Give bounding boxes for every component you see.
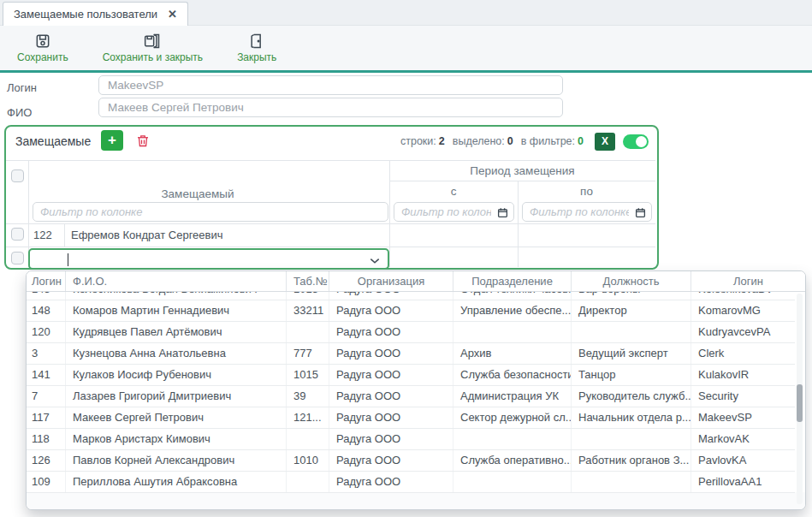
select-all-checkbox[interactable] <box>11 169 24 182</box>
calendar-icon[interactable] <box>497 206 508 222</box>
close-button[interactable]: Закрыть <box>232 31 282 65</box>
save-and-close-button[interactable]: Сохранить и закрыть <box>98 31 208 65</box>
grid-group-underline <box>389 181 655 181</box>
row-checkbox[interactable] <box>11 252 24 264</box>
tab-substituted-users[interactable]: Замещаемые пользователи ✕ <box>3 2 188 26</box>
grid-header-bottomline <box>6 223 655 224</box>
row-id: 122 <box>33 229 52 241</box>
toolbar: Сохранить Сохранить и закрыть Закрыть <box>0 26 812 73</box>
dd-header-org: Организация <box>329 271 453 291</box>
dropdown-row[interactable]: 141Кулаков Иосиф Рубенович1015Радуга ООО… <box>27 365 795 386</box>
from-column-header: с <box>389 185 518 198</box>
to-column-header: по <box>518 185 655 198</box>
delete-row-button[interactable] <box>135 133 151 152</box>
dd-header-id: Логин <box>27 271 66 291</box>
filter-toggle[interactable] <box>623 134 649 149</box>
fio-field[interactable] <box>98 98 563 117</box>
tab-bar: Замещаемые пользователи ✕ <box>0 0 812 26</box>
save-and-close-label: Сохранить и закрыть <box>103 51 203 63</box>
text-cursor <box>68 253 68 266</box>
grid-row-separator <box>6 247 655 247</box>
dropdown-row[interactable]: 120Кудрявцев Павел АртёмовичРадуга ОООKu… <box>27 322 795 343</box>
in-filter-stat: в фильтре:0 <box>521 135 584 147</box>
row-checkbox[interactable] <box>11 228 24 241</box>
from-filter <box>394 202 514 222</box>
dropdown-row[interactable]: 148Комаров Мартин Геннадиевич33211Радуга… <box>27 300 795 322</box>
to-filter <box>522 202 652 222</box>
dropdown-row[interactable]: 7Лазарев Григорий Дмитриевич39Радуга ООО… <box>27 386 795 407</box>
dropdown-rows: 145Колесникова Богдан Вениаминович1013Ра… <box>27 279 805 493</box>
grid-vline-id <box>64 223 65 247</box>
tab-close-icon[interactable]: ✕ <box>168 8 177 21</box>
dropdown-header-row: Логин Ф.И.О. Таб.№ Организация Подраздел… <box>27 271 805 292</box>
dd-header-tab: Таб.№ <box>287 271 329 291</box>
save-label: Сохранить <box>17 51 68 63</box>
main-filter-input[interactable] <box>33 202 388 222</box>
door-icon <box>248 33 265 50</box>
dd-header-post: Должность <box>572 271 691 291</box>
toggle-knob <box>636 136 647 147</box>
rows-stat: строки:2 <box>400 135 445 147</box>
to-filter-input[interactable] <box>522 202 652 222</box>
from-filter-input[interactable] <box>394 202 514 222</box>
save-button[interactable]: Сохранить <box>12 31 74 65</box>
dropdown-row[interactable]: 3Кузнецова Анна Анатольевна777Радуга ООО… <box>27 343 795 365</box>
main-column-header: Замещаемый <box>6 187 389 200</box>
fio-label: ФИО <box>7 106 32 119</box>
login-field[interactable] <box>98 75 563 95</box>
close-label: Закрыть <box>237 51 276 63</box>
tab-title: Замещаемые пользователи <box>14 8 157 21</box>
row-name: Ефремов Кондрат Сергеевич <box>71 229 223 241</box>
substituted-combobox[interactable] <box>28 248 389 270</box>
chevron-down-icon[interactable] <box>369 254 381 270</box>
grid-header-topline <box>6 160 655 161</box>
combobox-dropdown: Логин Ф.И.О. Таб.№ Организация Подраздел… <box>26 270 806 510</box>
dd-header-dep: Подразделение <box>453 271 572 291</box>
selected-stat: выделено:0 <box>453 135 513 147</box>
dropdown-footer <box>27 492 805 509</box>
login-label: Логин <box>7 81 37 94</box>
substituted-panel: Замещаемые + строки:2 выделено:0 в фильт… <box>4 125 659 270</box>
dd-header-login: Логин <box>691 271 805 291</box>
panel-title: Замещаемые <box>15 134 91 148</box>
save-icon <box>34 33 51 50</box>
panel-stats: строки:2 выделено:0 в фильтре:0 X <box>400 131 649 152</box>
dropdown-row[interactable]: 118Марков Аристарх КимовичРадуга ОООMark… <box>27 429 795 450</box>
dropdown-row[interactable]: 117Макеев Сергей Петрович121...Радуга ОО… <box>27 407 795 429</box>
dropdown-row[interactable]: 109Периллова Ашутия АбраксовнаРадуга ООО… <box>27 472 795 493</box>
dd-header-fio: Ф.И.О. <box>66 271 287 291</box>
dropdown-row[interactable]: 126Павлов Корней Александрович1010Радуга… <box>27 450 795 472</box>
period-group-header: Период замещения <box>389 164 655 177</box>
add-row-button[interactable]: + <box>101 130 123 151</box>
save-and-close-icon <box>143 33 162 50</box>
excel-export-button[interactable]: X <box>595 133 615 151</box>
calendar-icon[interactable] <box>635 206 646 222</box>
